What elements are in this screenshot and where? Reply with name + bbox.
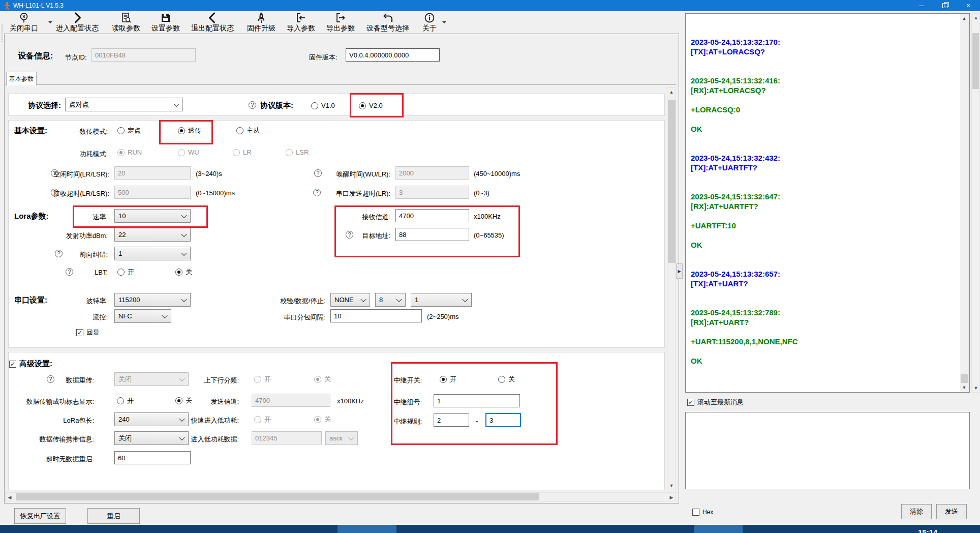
tab-strip: [5, 84, 676, 85]
right-panel-scrollbar-thumb[interactable]: [972, 33, 979, 89]
rx-channel-label: 接收信道:: [314, 213, 390, 222]
fec-combo[interactable]: 1: [114, 247, 191, 260]
target-addr-field[interactable]: [395, 228, 469, 241]
scroll-down-icon[interactable]: ▼: [960, 383, 968, 392]
right-panel-scrollbar[interactable]: ▲ ▼: [971, 13, 979, 393]
rx-channel-field[interactable]: [395, 209, 469, 222]
relay-rule-from-field[interactable]: [434, 413, 469, 427]
baud-combo[interactable]: 115200: [114, 293, 191, 307]
packet-interval-label: 串口分包间隔:: [244, 313, 325, 322]
hex-checkbox[interactable]: Hex: [692, 509, 713, 516]
firmware-field[interactable]: [346, 48, 440, 62]
minimize-button[interactable]: [910, 0, 933, 11]
toolbar-about[interactable]: 关于: [420, 12, 439, 33]
tab-basic-params[interactable]: 基本参数: [6, 72, 37, 85]
toolbar-exit-config[interactable]: 退出配置状态: [188, 12, 237, 33]
scroll-down-icon[interactable]: ▼: [667, 482, 676, 490]
radio-relay-off[interactable]: 关: [498, 375, 515, 384]
fast-lp-label: 快速进入低功耗:: [178, 416, 239, 425]
parity-combo[interactable]: NONE: [330, 293, 370, 307]
toolbar-read-params[interactable]: 读取参数: [110, 12, 142, 33]
scroll-down-icon[interactable]: ▼: [972, 384, 980, 392]
vertical-scrollbar-thumb[interactable]: [668, 100, 676, 263]
restart-button[interactable]: 重启: [87, 508, 140, 524]
radio-success-flag-on[interactable]: 开: [117, 396, 134, 405]
wake-time-hint: (450~10000)ms: [474, 170, 520, 177]
close-port-dropdown-caret[interactable]: [48, 21, 52, 25]
app-window: WH-L101-L V1.5.3 × 关闭串口 进入配置状态 读取参数: [0, 0, 980, 533]
horizontal-scrollbar[interactable]: ◀ ▶: [5, 492, 676, 501]
advanced-settings-checkbox[interactable]: ✓ 高级设置:: [9, 359, 52, 369]
restore-button[interactable]: [933, 0, 957, 11]
radio-lbt-on[interactable]: 开: [117, 268, 134, 277]
no-data-restart-field[interactable]: [114, 451, 191, 464]
radio-mode-fixed[interactable]: 定点: [117, 126, 141, 135]
flow-combo[interactable]: NFC: [114, 309, 171, 323]
panel-splitter-handle[interactable]: ▶: [676, 263, 683, 279]
wake-time-label: 唤醒时间(WU/LR):: [314, 170, 390, 179]
exit-config-icon: [206, 12, 219, 24]
radio-protocol-v2[interactable]: V2.0: [359, 102, 383, 109]
radio-relay-on[interactable]: 开: [440, 375, 456, 384]
radio-lbt-off[interactable]: 关: [175, 268, 192, 277]
log-entry: 2023-05-24,15:13:32:416: [RX]:AT+LORACSQ…: [691, 76, 957, 134]
toolbar-export-params[interactable]: 导出参数: [324, 12, 357, 33]
chevron-down-icon: [162, 312, 167, 318]
restore-icon: [942, 3, 947, 8]
taskbar: 15:14: [0, 525, 980, 533]
advanced-settings-title: 高级设置:: [19, 359, 52, 369]
radio-mode-master-slave[interactable]: 主从: [236, 126, 260, 135]
check-icon: ✓: [76, 329, 83, 336]
clear-button[interactable]: 清除: [901, 504, 932, 519]
packet-interval-hint: (2~250)ms: [427, 313, 459, 320]
toolbar-close-port[interactable]: 关闭串口: [4, 12, 44, 33]
close-button[interactable]: ×: [957, 0, 980, 11]
carry-info-label: 数据传输携带信息:: [10, 435, 94, 444]
autoscroll-checkbox[interactable]: ✓滚动至最新消息: [687, 398, 744, 407]
lora-rate-combo[interactable]: 10: [114, 209, 191, 223]
log-scrollbar-thumb[interactable]: [961, 374, 968, 383]
factory-reset-button[interactable]: 恢复出厂设置: [14, 508, 66, 524]
scroll-left-icon[interactable]: ◀: [6, 493, 14, 501]
stop-bits-combo[interactable]: 1: [411, 293, 472, 307]
send-input-area[interactable]: [685, 412, 970, 489]
scroll-up-icon[interactable]: ▲: [960, 14, 968, 22]
radio-protocol-v1[interactable]: V1.0: [311, 102, 335, 109]
toolbar-firmware-upgrade[interactable]: 固件升级: [245, 12, 278, 33]
packet-len-label: LoRa包长:: [30, 416, 94, 425]
window-title: WH-L101-L V1.5.3: [13, 2, 64, 9]
toolbar-set-params[interactable]: 设置参数: [149, 12, 182, 33]
relay-switch-label: 中继开关:: [379, 376, 422, 385]
log-scrollbar[interactable]: ▲ ▼: [960, 14, 969, 392]
tx-channel-field: [252, 394, 330, 407]
toolbar-enter-config[interactable]: 进入配置状态: [53, 12, 102, 33]
relay-group-field[interactable]: [434, 394, 520, 407]
scroll-up-icon[interactable]: ▲: [972, 14, 980, 22]
toolbar-device-model-select[interactable]: 设备型号选择: [364, 12, 412, 33]
packet-interval-field[interactable]: [330, 309, 422, 322]
scroll-up-icon[interactable]: ▲: [667, 88, 676, 96]
toolbar-grip[interactable]: [2, 24, 3, 42]
success-flag-label: 数据传输成功标志显示:: [10, 397, 94, 406]
send-button[interactable]: 发送: [936, 504, 967, 519]
radio-power-wu: WU: [178, 149, 199, 156]
title-bar: WH-L101-L V1.5.3 ×: [0, 0, 980, 11]
fec-label: 前向纠错:: [55, 250, 108, 259]
vertical-scrollbar[interactable]: ▲ ▼: [667, 87, 676, 490]
horizontal-scrollbar-thumb[interactable]: [16, 493, 539, 500]
radio-power-lsr: LSR: [286, 149, 309, 156]
data-bits-combo[interactable]: 8: [375, 293, 406, 307]
protocol-version-help-icon[interactable]: ?: [249, 101, 256, 109]
about-dropdown-caret[interactable]: [442, 21, 446, 25]
tx-power-combo[interactable]: 22: [114, 228, 191, 242]
lp-data-field: [252, 431, 322, 445]
retrans-combo: 关闭: [114, 372, 189, 386]
radio-mode-transparent[interactable]: 透传: [178, 126, 201, 135]
echo-checkbox[interactable]: ✓回显: [76, 328, 100, 337]
log-output-area[interactable]: 2023-05-24,15:13:32:170: [TX]:AT+LORACSQ…: [685, 13, 970, 393]
protocol-select-combo[interactable]: 点对点: [65, 98, 183, 111]
export-params-icon: [334, 12, 347, 24]
relay-rule-to-field[interactable]: [485, 413, 521, 427]
toolbar-import-params[interactable]: 导入参数: [285, 12, 317, 33]
scroll-right-icon[interactable]: ▶: [667, 493, 676, 501]
